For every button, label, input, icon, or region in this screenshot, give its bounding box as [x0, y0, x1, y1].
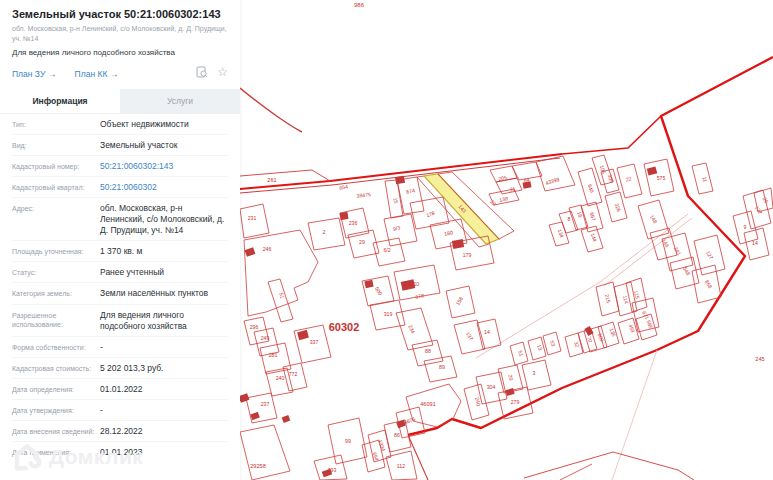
parcel-number-label: 654: [339, 183, 349, 191]
plan-kk-link[interactable]: План КК →: [75, 69, 119, 79]
building-footprint: [240, 393, 249, 403]
parcel-number-label: 178: [425, 210, 435, 218]
plan-zu-link[interactable]: План ЗУ →: [12, 69, 56, 79]
parcel-number-label: 319: [384, 311, 393, 317]
parcel[interactable]: [244, 230, 318, 316]
building-footprint: [364, 280, 373, 289]
boundary-line: [612, 350, 657, 480]
parcel-number-label: 15: [392, 197, 399, 204]
parcel-number-label: 8: [568, 216, 571, 222]
info-row-label: Площадь уточненная:: [12, 246, 100, 257]
building-footprint: [505, 388, 514, 396]
info-row: Площадь уточненная:1 370 кв. м: [12, 240, 228, 261]
map-area[interactable]: 9862616543847515674143232052113884433996…: [240, 0, 773, 480]
parcel-number-label: 29258: [250, 463, 266, 469]
page-title: Земельный участок 50:21:0060302:143: [12, 8, 228, 21]
building-footprint: [245, 247, 256, 257]
info-row: Кадастровый номер:50:21:0060302:143: [12, 155, 228, 176]
tab-information[interactable]: Информация: [0, 89, 120, 113]
parcel[interactable]: [522, 360, 551, 390]
parcel-number-label: 245: [755, 356, 764, 362]
parcel-number-label: 148: [649, 214, 659, 225]
parcel-number-label: 23: [489, 198, 497, 206]
parcel-number-label: 134: [557, 228, 565, 238]
parcel-number-label: 20: [507, 374, 514, 381]
sidebar-tabs: Информация Услуги: [0, 89, 240, 114]
parcel-number-label: 14: [752, 240, 758, 246]
parcel[interactable]: [240, 204, 269, 238]
parcel-number-label: 609: [597, 332, 606, 342]
info-row-value: обл. Московская, р-н Ленинский, с/о Моло…: [100, 203, 228, 236]
parcel-number-label: 29: [359, 239, 365, 245]
parcel-number-label: 986: [354, 2, 365, 8]
info-row-label: Категория земель:: [12, 288, 100, 299]
parcel-number-label: 281: [269, 352, 278, 358]
info-row: Статус:Ранее учтенный: [12, 261, 228, 282]
parcel-number-label: 664: [372, 451, 381, 461]
parcel[interactable]: [240, 425, 290, 480]
sidebar: Земельный участок 50:21:0060302:143 обл.…: [0, 0, 240, 480]
parcel-number-label: 112: [397, 463, 405, 469]
info-row-label: Вид:: [12, 140, 100, 151]
parcel-number-label: 158: [455, 296, 465, 307]
info-row-value-link[interactable]: 50:21:0060302: [100, 182, 228, 193]
parcel-number-label: 51: [278, 292, 285, 299]
info-row-value-link[interactable]: 50:21:0060302:143: [100, 161, 228, 172]
app-window: Земельный участок 50:21:0060302:143 обл.…: [0, 0, 773, 480]
parcel-number-label: 240: [276, 375, 285, 381]
parcel-number-label: 205: [498, 174, 508, 182]
parcel[interactable]: [536, 156, 575, 191]
info-row-value: Объект недвижимости: [100, 119, 228, 130]
plan-links-row: План ЗУ → План КК → ☆: [12, 63, 228, 81]
parcel-number-label: 640: [587, 183, 595, 193]
info-row-label: Дата определения:: [12, 384, 100, 395]
boundary-line: [240, 154, 562, 189]
parcel-number-label: 9: [744, 224, 747, 230]
info-row-value: Земельный участок: [100, 140, 228, 151]
domclick-house-icon: [12, 442, 42, 472]
info-row-label: Адрес:: [12, 203, 100, 236]
info-row: Тип:Объект недвижимости: [12, 114, 228, 134]
parcel[interactable]: [260, 343, 291, 374]
tab-services[interactable]: Услуги: [120, 89, 240, 113]
parcel-number-label: 32: [573, 341, 581, 349]
parcel-number-label: 53: [549, 340, 557, 348]
parcel-number-label: 179: [463, 252, 472, 258]
info-row-value: 5 202 013,3 руб.: [100, 363, 228, 374]
parcel-number-label: 241: [673, 246, 683, 257]
parcel-number-label: 326: [614, 202, 622, 212]
info-row-label: Кадастровая стоимость:: [12, 363, 100, 374]
info-row-value: Земли населённых пунктов: [100, 288, 228, 299]
parcel-number-label: 215: [604, 294, 612, 304]
building-footprint: [647, 166, 658, 175]
parcel-number-label: 868: [704, 279, 714, 290]
domclick-watermark: Домклик: [12, 442, 143, 472]
parcel-number-label: 21: [509, 185, 516, 192]
parcel-number-label: 84: [523, 176, 530, 183]
parcel[interactable]: [246, 393, 277, 423]
parcel-number-label: 293: [328, 467, 337, 473]
document-search-icon[interactable]: [196, 66, 208, 78]
info-row-value: 1 370 кв. м: [100, 246, 228, 257]
parcel-number-label: 135: [609, 327, 618, 337]
parcel-number-label: 46091: [420, 401, 436, 407]
building-footprint: [250, 412, 260, 420]
parcel[interactable]: [308, 218, 345, 250]
favorite-star-icon[interactable]: ☆: [217, 66, 228, 78]
parcel-number-label: 86: [394, 432, 400, 438]
info-row: Кадастровая стоимость:5 202 013,3 руб.: [12, 357, 228, 378]
parcel-number-label: 14: [484, 329, 490, 335]
parcel-number-label: 51: [517, 350, 525, 358]
info-row-value: -: [100, 342, 228, 353]
parcel-number-label: 249: [261, 335, 270, 341]
parcel-number-label: 296: [250, 324, 259, 330]
cadastral-map-svg[interactable]: 9862616543847515674143232052113884433996…: [240, 0, 773, 480]
parcel[interactable]: [283, 363, 307, 391]
parcel-number-label: 240: [474, 397, 482, 407]
parcel[interactable]: [268, 279, 293, 322]
info-row-label: Тип:: [12, 119, 100, 130]
info-row: Вид:Земельный участок: [12, 134, 228, 155]
parcel-number-label: 674: [406, 187, 416, 195]
info-table: Тип:Объект недвижимостиВид:Земельный уча…: [0, 114, 240, 462]
boundary-line: [524, 452, 694, 480]
